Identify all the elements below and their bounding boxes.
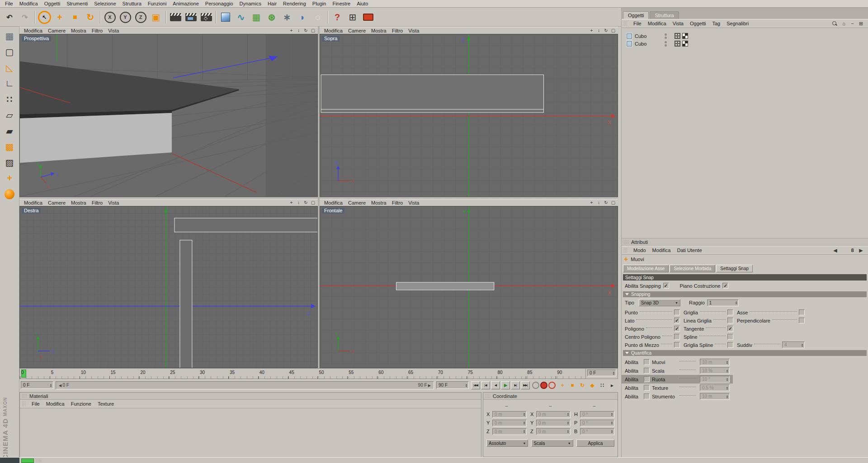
live-selection-icon[interactable]: ↖ <box>37 9 52 25</box>
snap-option[interactable]: Griglia Spline <box>684 341 733 348</box>
snap-checkbox[interactable] <box>674 342 680 348</box>
quantify-row[interactable]: Abilita Texture 0.5 % <box>622 383 733 392</box>
add-modeling-icon[interactable]: ⊛ <box>264 9 279 25</box>
enable-snapping-checkbox[interactable] <box>663 283 669 289</box>
radius-field[interactable]: 1 <box>707 299 739 306</box>
section-header[interactable]: Settaggi Snap <box>623 274 867 281</box>
zoom-view-icon[interactable]: ↕ <box>596 28 602 33</box>
cube-object-outline[interactable] <box>396 282 494 290</box>
rotate-view-icon[interactable]: ↻ <box>303 28 309 33</box>
menu-item[interactable]: Modifica <box>16 0 41 7</box>
snap-option[interactable]: Punto <box>625 309 680 316</box>
snap-checkbox[interactable] <box>727 342 733 348</box>
viewport-canvas-right[interactable]: Z Y Z X Destra <box>19 206 318 368</box>
stepper-icon[interactable] <box>726 360 728 364</box>
viewport-menu-item[interactable]: Camere <box>45 200 68 206</box>
attribute-tab[interactable]: Selezione Morbida <box>670 265 715 272</box>
quantify-value-field[interactable]: 0.5 % <box>700 384 730 391</box>
stepper-icon[interactable] <box>611 430 613 433</box>
stepper-icon[interactable] <box>611 412 613 416</box>
snap-option[interactable]: Spline <box>684 333 733 340</box>
snap-checkbox[interactable] <box>674 318 680 323</box>
zoom-view-icon[interactable]: ↕ <box>596 200 602 205</box>
attribute-tab[interactable]: Settaggi Snap <box>716 265 753 272</box>
viewport-menu-item[interactable]: Modifica <box>21 28 45 33</box>
range-end-label[interactable]: 90 F <box>418 383 431 388</box>
lock-icon[interactable] <box>840 247 847 253</box>
quantify-value-field[interactable]: 10 ° <box>700 376 730 383</box>
history-forward-icon[interactable]: ▶ <box>858 247 864 253</box>
stepper-icon[interactable] <box>726 369 728 373</box>
record-parameter-icon[interactable]: ◆ <box>588 381 597 389</box>
undo-icon[interactable]: ↶ <box>2 9 17 25</box>
viewport-menu-item[interactable]: Vista <box>105 200 122 206</box>
timeline-ruler[interactable]: 051015202530354045505560657075808590 <box>20 369 586 379</box>
object-manager-menu-item[interactable]: File <box>630 20 645 27</box>
rotate-view-icon[interactable]: ↻ <box>603 200 609 205</box>
position-mode-dropdown[interactable]: Assoluto <box>486 440 528 447</box>
snap-option[interactable]: Poligono <box>625 325 680 332</box>
drag-handle-icon[interactable] <box>22 394 27 398</box>
stepper-icon[interactable] <box>613 371 615 375</box>
object-axis-icon[interactable]: + <box>2 171 17 185</box>
autokey-button[interactable] <box>548 382 556 389</box>
viewport-solo-icon[interactable] <box>2 187 17 201</box>
texture-mode-icon[interactable]: ▨ <box>2 155 17 169</box>
drag-handle-icon[interactable] <box>36 458 42 463</box>
maximize-view-icon[interactable]: ▢ <box>310 200 316 205</box>
snap-checkbox[interactable] <box>727 326 733 332</box>
viewport-menu-item[interactable]: Filtro <box>89 200 105 206</box>
object-manager-menu-item[interactable]: Tag <box>709 20 723 27</box>
record-keyframe-button[interactable] <box>540 382 547 389</box>
stepper-icon[interactable] <box>523 430 525 433</box>
end-frame-field[interactable]: 90 F <box>436 381 469 389</box>
polygons-mode-icon[interactable]: ▰ <box>2 124 17 138</box>
quantify-value-field[interactable]: 10 m <box>700 359 730 365</box>
stepper-icon[interactable] <box>567 421 569 425</box>
quantify-value-field[interactable]: 10 % <box>700 367 730 374</box>
add-environment-icon[interactable]: ◌ <box>310 9 326 25</box>
viewport-canvas-top[interactable]: Z X Z X Sopra <box>320 34 618 197</box>
content-browser-icon[interactable]: ⊞ <box>345 9 360 25</box>
object-tree[interactable]: Cubo Cubo <box>622 28 868 239</box>
snap-option[interactable]: Lato <box>625 317 680 324</box>
link-icon[interactable]: 8 <box>849 247 856 253</box>
object-name[interactable]: Cubo <box>635 33 658 39</box>
viewport-menu-item[interactable]: Camere <box>345 28 368 33</box>
viewport-menu-item[interactable]: Mostra <box>368 28 389 33</box>
lock-y-icon[interactable]: Y <box>118 9 133 25</box>
snap-option[interactable]: Punto di Mezzo <box>625 341 680 348</box>
viewport-right[interactable]: ModificaCamereMostraFiltroVista +↕↻▢ <box>19 199 318 368</box>
phong-tag-icon[interactable] <box>682 41 688 47</box>
coordinate-field[interactable]: 0 ° <box>580 411 614 418</box>
quantify-enable-checkbox[interactable] <box>644 385 650 391</box>
attributes-menu-item[interactable]: Dati Utente <box>674 247 705 253</box>
animation-mode-icon[interactable]: ▩ <box>2 140 17 154</box>
record-position-icon[interactable]: + <box>558 381 567 389</box>
object-row[interactable]: Cubo <box>622 40 868 47</box>
attributes-title-bar[interactable]: Attributi <box>622 239 868 246</box>
pan-view-icon[interactable]: + <box>288 28 294 33</box>
viewport-menu-item[interactable]: Vista <box>406 200 422 206</box>
stepper-icon[interactable] <box>523 421 525 425</box>
range-start-label[interactable]: 0 F <box>59 383 69 388</box>
timeline-frame-field[interactable]: 0 F <box>587 369 616 376</box>
quantify-row[interactable]: Abilita Muovi 10 m <box>622 358 733 366</box>
object-name[interactable]: Cubo <box>635 41 658 47</box>
stepper-icon[interactable] <box>726 386 728 390</box>
display-tag-icon[interactable] <box>675 33 680 39</box>
menu-item[interactable]: Selezione <box>91 0 119 7</box>
object-manager-menu-item[interactable]: Modifica <box>645 20 670 27</box>
help-icon[interactable]: ? <box>330 9 345 25</box>
coordinate-field[interactable]: 0 m <box>492 420 527 426</box>
coordinate-field[interactable]: 0 m <box>536 420 571 426</box>
stepper-icon[interactable] <box>567 430 569 433</box>
maximize-view-icon[interactable]: ▢ <box>610 200 616 205</box>
viewport-menu-item[interactable]: Mostra <box>368 200 389 206</box>
attributes-menu-item[interactable]: Modo <box>630 247 649 253</box>
record-scale-icon[interactable]: ■ <box>568 381 577 389</box>
drag-handle-icon[interactable] <box>623 248 627 253</box>
snap-checkbox[interactable] <box>674 309 680 315</box>
apply-button[interactable]: Applica <box>576 440 614 447</box>
coord-system-icon[interactable]: ▣ <box>148 9 164 25</box>
